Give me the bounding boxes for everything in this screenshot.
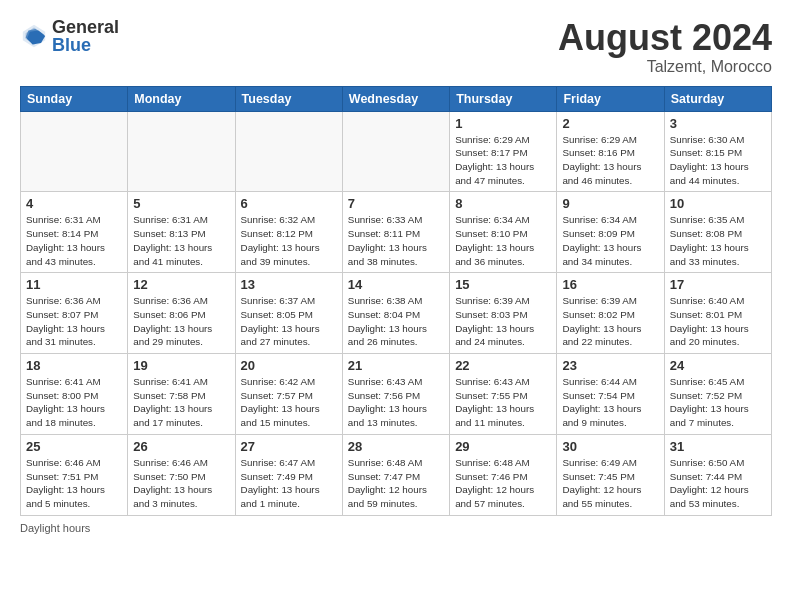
title-month-year: August 2024 [558,18,772,58]
cell-date-number: 19 [133,358,229,373]
calendar-cell: 23Sunrise: 6:44 AMSunset: 7:54 PMDayligh… [557,354,664,435]
cell-info: Sunrise: 6:29 AMSunset: 8:16 PMDaylight:… [562,133,658,188]
logo-general: General [52,18,119,36]
cell-info: Sunrise: 6:39 AMSunset: 8:03 PMDaylight:… [455,294,551,349]
cell-date-number: 29 [455,439,551,454]
cell-date-number: 30 [562,439,658,454]
calendar-cell: 14Sunrise: 6:38 AMSunset: 8:04 PMDayligh… [342,273,449,354]
cell-date-number: 22 [455,358,551,373]
cell-info: Sunrise: 6:32 AMSunset: 8:12 PMDaylight:… [241,213,337,268]
cell-date-number: 11 [26,277,122,292]
calendar-cell: 8Sunrise: 6:34 AMSunset: 8:10 PMDaylight… [450,192,557,273]
calendar-cell [128,111,235,192]
calendar-cell: 30Sunrise: 6:49 AMSunset: 7:45 PMDayligh… [557,434,664,515]
calendar-cell: 21Sunrise: 6:43 AMSunset: 7:56 PMDayligh… [342,354,449,435]
calendar-cell: 12Sunrise: 6:36 AMSunset: 8:06 PMDayligh… [128,273,235,354]
cell-info: Sunrise: 6:33 AMSunset: 8:11 PMDaylight:… [348,213,444,268]
logo-text: General Blue [52,18,119,54]
cell-date-number: 17 [670,277,766,292]
cell-date-number: 26 [133,439,229,454]
title-block: August 2024 Talzemt, Morocco [558,18,772,76]
header-saturday: Saturday [664,86,771,111]
calendar-week-4: 18Sunrise: 6:41 AMSunset: 8:00 PMDayligh… [21,354,772,435]
cell-info: Sunrise: 6:38 AMSunset: 8:04 PMDaylight:… [348,294,444,349]
cell-date-number: 18 [26,358,122,373]
cell-date-number: 21 [348,358,444,373]
calendar-cell: 25Sunrise: 6:46 AMSunset: 7:51 PMDayligh… [21,434,128,515]
cell-info: Sunrise: 6:31 AMSunset: 8:13 PMDaylight:… [133,213,229,268]
cell-info: Sunrise: 6:35 AMSunset: 8:08 PMDaylight:… [670,213,766,268]
calendar-cell: 13Sunrise: 6:37 AMSunset: 8:05 PMDayligh… [235,273,342,354]
calendar-cell: 10Sunrise: 6:35 AMSunset: 8:08 PMDayligh… [664,192,771,273]
calendar-cell: 27Sunrise: 6:47 AMSunset: 7:49 PMDayligh… [235,434,342,515]
cell-info: Sunrise: 6:40 AMSunset: 8:01 PMDaylight:… [670,294,766,349]
calendar-cell [342,111,449,192]
cell-date-number: 25 [26,439,122,454]
cell-info: Sunrise: 6:49 AMSunset: 7:45 PMDaylight:… [562,456,658,511]
header-tuesday: Tuesday [235,86,342,111]
cell-info: Sunrise: 6:29 AMSunset: 8:17 PMDaylight:… [455,133,551,188]
footer: Daylight hours [20,522,772,534]
calendar-cell: 15Sunrise: 6:39 AMSunset: 8:03 PMDayligh… [450,273,557,354]
calendar-cell [21,111,128,192]
title-location: Talzemt, Morocco [558,58,772,76]
cell-date-number: 23 [562,358,658,373]
cell-date-number: 24 [670,358,766,373]
cell-date-number: 6 [241,196,337,211]
calendar-week-5: 25Sunrise: 6:46 AMSunset: 7:51 PMDayligh… [21,434,772,515]
cell-date-number: 27 [241,439,337,454]
daylight-label: Daylight hours [20,522,90,534]
cell-date-number: 1 [455,116,551,131]
logo-blue: Blue [52,36,119,54]
calendar-cell: 4Sunrise: 6:31 AMSunset: 8:14 PMDaylight… [21,192,128,273]
calendar-cell: 6Sunrise: 6:32 AMSunset: 8:12 PMDaylight… [235,192,342,273]
calendar-cell: 20Sunrise: 6:42 AMSunset: 7:57 PMDayligh… [235,354,342,435]
cell-info: Sunrise: 6:36 AMSunset: 8:06 PMDaylight:… [133,294,229,349]
cell-date-number: 15 [455,277,551,292]
cell-date-number: 16 [562,277,658,292]
calendar-cell: 2Sunrise: 6:29 AMSunset: 8:16 PMDaylight… [557,111,664,192]
calendar-cell: 31Sunrise: 6:50 AMSunset: 7:44 PMDayligh… [664,434,771,515]
calendar-cell: 17Sunrise: 6:40 AMSunset: 8:01 PMDayligh… [664,273,771,354]
cell-info: Sunrise: 6:42 AMSunset: 7:57 PMDaylight:… [241,375,337,430]
header-thursday: Thursday [450,86,557,111]
cell-date-number: 28 [348,439,444,454]
calendar-week-2: 4Sunrise: 6:31 AMSunset: 8:14 PMDaylight… [21,192,772,273]
calendar-cell: 28Sunrise: 6:48 AMSunset: 7:47 PMDayligh… [342,434,449,515]
cell-info: Sunrise: 6:43 AMSunset: 7:56 PMDaylight:… [348,375,444,430]
calendar-table: Sunday Monday Tuesday Wednesday Thursday… [20,86,772,516]
cell-date-number: 9 [562,196,658,211]
cell-date-number: 14 [348,277,444,292]
cell-date-number: 12 [133,277,229,292]
calendar-cell: 26Sunrise: 6:46 AMSunset: 7:50 PMDayligh… [128,434,235,515]
cell-info: Sunrise: 6:43 AMSunset: 7:55 PMDaylight:… [455,375,551,430]
calendar-header-row: Sunday Monday Tuesday Wednesday Thursday… [21,86,772,111]
cell-info: Sunrise: 6:46 AMSunset: 7:51 PMDaylight:… [26,456,122,511]
cell-date-number: 5 [133,196,229,211]
logo-icon [20,22,48,50]
cell-date-number: 8 [455,196,551,211]
cell-date-number: 3 [670,116,766,131]
cell-info: Sunrise: 6:34 AMSunset: 8:10 PMDaylight:… [455,213,551,268]
cell-info: Sunrise: 6:47 AMSunset: 7:49 PMDaylight:… [241,456,337,511]
cell-info: Sunrise: 6:34 AMSunset: 8:09 PMDaylight:… [562,213,658,268]
cell-info: Sunrise: 6:50 AMSunset: 7:44 PMDaylight:… [670,456,766,511]
header-monday: Monday [128,86,235,111]
calendar-cell: 11Sunrise: 6:36 AMSunset: 8:07 PMDayligh… [21,273,128,354]
calendar-cell: 5Sunrise: 6:31 AMSunset: 8:13 PMDaylight… [128,192,235,273]
calendar-cell: 29Sunrise: 6:48 AMSunset: 7:46 PMDayligh… [450,434,557,515]
cell-info: Sunrise: 6:45 AMSunset: 7:52 PMDaylight:… [670,375,766,430]
cell-date-number: 20 [241,358,337,373]
cell-info: Sunrise: 6:48 AMSunset: 7:46 PMDaylight:… [455,456,551,511]
cell-info: Sunrise: 6:46 AMSunset: 7:50 PMDaylight:… [133,456,229,511]
logo: General Blue [20,18,119,54]
cell-info: Sunrise: 6:37 AMSunset: 8:05 PMDaylight:… [241,294,337,349]
calendar-week-3: 11Sunrise: 6:36 AMSunset: 8:07 PMDayligh… [21,273,772,354]
calendar-cell: 9Sunrise: 6:34 AMSunset: 8:09 PMDaylight… [557,192,664,273]
cell-info: Sunrise: 6:41 AMSunset: 8:00 PMDaylight:… [26,375,122,430]
calendar-cell: 22Sunrise: 6:43 AMSunset: 7:55 PMDayligh… [450,354,557,435]
cell-info: Sunrise: 6:39 AMSunset: 8:02 PMDaylight:… [562,294,658,349]
cell-info: Sunrise: 6:30 AMSunset: 8:15 PMDaylight:… [670,133,766,188]
cell-date-number: 31 [670,439,766,454]
calendar-cell: 3Sunrise: 6:30 AMSunset: 8:15 PMDaylight… [664,111,771,192]
